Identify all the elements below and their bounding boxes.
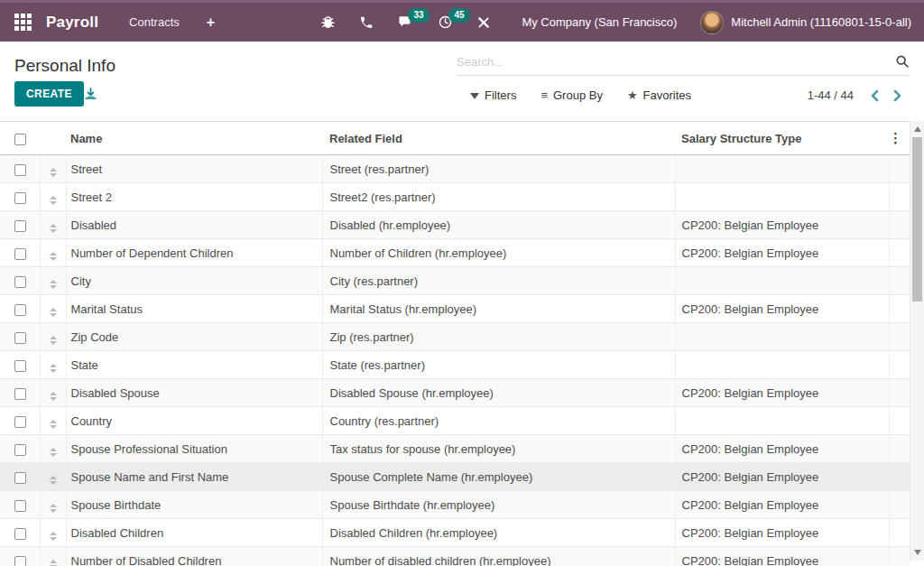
cell-name[interactable]: Spouse Name and First Name: [66, 463, 322, 491]
drag-handle-icon[interactable]: [50, 504, 57, 513]
cell-salary-structure-type[interactable]: [675, 267, 889, 295]
table-row[interactable]: Spouse Birthdate Spouse Birthdate (hr.em…: [0, 491, 910, 519]
cell-name[interactable]: City: [66, 267, 322, 295]
cell-salary-structure-type[interactable]: CP200: Belgian Employee: [675, 295, 889, 323]
cell-name[interactable]: Number of Disabled Children: [66, 547, 322, 566]
create-button[interactable]: CREATE: [14, 81, 84, 107]
row-checkbox[interactable]: [14, 360, 26, 372]
drag-handle-icon[interactable]: [50, 280, 57, 289]
row-checkbox[interactable]: [14, 388, 26, 400]
filters-button[interactable]: Filters: [470, 88, 516, 102]
cell-related-field[interactable]: Spouse Complete Name (hr.employee): [322, 463, 675, 491]
cell-related-field[interactable]: Street2 (res.partner): [322, 183, 675, 211]
drag-handle-icon[interactable]: [50, 252, 57, 261]
apps-menu-icon[interactable]: [14, 14, 32, 31]
row-checkbox[interactable]: [14, 444, 26, 456]
cell-name[interactable]: Zip Code: [66, 323, 322, 351]
messages-icon[interactable]: 33: [397, 14, 414, 30]
cell-related-field[interactable]: Zip (res.partner): [322, 323, 675, 351]
cell-salary-structure-type[interactable]: CP200: Belgian Employee: [675, 491, 889, 519]
table-row[interactable]: Number of Disabled Children Number of di…: [0, 547, 910, 566]
optional-columns-icon[interactable]: ⋮: [889, 130, 902, 145]
pager-prev-button[interactable]: [870, 89, 879, 102]
cell-related-field[interactable]: State (res.partner): [322, 351, 675, 379]
cell-related-field[interactable]: Disabled (hr.employee): [322, 211, 675, 239]
cell-name[interactable]: Disabled: [66, 211, 322, 239]
drag-handle-icon[interactable]: [50, 532, 57, 541]
row-checkbox[interactable]: [14, 220, 26, 232]
drag-handle-icon[interactable]: [50, 448, 57, 457]
cell-name[interactable]: Spouse Professional Situation: [66, 435, 322, 463]
cell-salary-structure-type[interactable]: [675, 155, 889, 183]
drag-handle-icon[interactable]: [50, 196, 57, 205]
column-header-related-field[interactable]: Related Field: [322, 122, 675, 155]
favorites-button[interactable]: ★ Favorites: [627, 88, 691, 102]
search-input[interactable]: [457, 55, 895, 69]
drag-handle-icon[interactable]: [50, 308, 57, 317]
cell-name[interactable]: Street: [66, 155, 322, 183]
activities-clock-icon[interactable]: 45: [438, 14, 453, 30]
cell-salary-structure-type[interactable]: [675, 323, 889, 351]
row-checkbox[interactable]: [14, 556, 26, 566]
table-row[interactable]: Spouse Professional Situation Tax status…: [0, 435, 910, 463]
cell-related-field[interactable]: Street (res.partner): [322, 155, 675, 183]
row-checkbox[interactable]: [14, 192, 26, 204]
drag-handle-icon[interactable]: [50, 336, 57, 345]
cell-name[interactable]: Marital Status: [66, 295, 322, 323]
row-checkbox[interactable]: [14, 332, 26, 344]
cell-related-field[interactable]: Marital Status (hr.employee): [322, 295, 675, 323]
table-row[interactable]: Zip Code Zip (res.partner): [0, 323, 910, 351]
cell-salary-structure-type[interactable]: [675, 407, 889, 435]
row-checkbox[interactable]: [14, 164, 26, 176]
column-header-name[interactable]: Name: [66, 122, 322, 155]
table-row[interactable]: City City (res.partner): [0, 267, 910, 295]
row-checkbox[interactable]: [14, 416, 26, 428]
cell-name[interactable]: Disabled Spouse: [66, 379, 322, 407]
scrollbar-down-arrow[interactable]: [910, 546, 924, 559]
row-checkbox[interactable]: [14, 304, 26, 316]
plus-icon[interactable]: +: [207, 14, 215, 31]
company-switcher[interactable]: My Company (San Francisco): [522, 15, 677, 29]
select-all-checkbox[interactable]: [14, 134, 26, 145]
column-header-salary-structure-type[interactable]: Salary Structure Type: [675, 122, 889, 155]
cell-name[interactable]: Number of Dependent Children: [66, 239, 322, 267]
search-icon[interactable]: [895, 54, 910, 69]
cell-salary-structure-type[interactable]: CP200: Belgian Employee: [675, 379, 889, 407]
cell-name[interactable]: State: [66, 351, 322, 379]
table-row[interactable]: Disabled Children Disabled Children (hr.…: [0, 519, 910, 547]
row-checkbox[interactable]: [14, 472, 26, 484]
cell-salary-structure-type[interactable]: CP200: Belgian Employee: [675, 239, 889, 267]
cell-salary-structure-type[interactable]: CP200: Belgian Employee: [675, 547, 889, 566]
group-by-button[interactable]: ≡ Group By: [541, 88, 603, 102]
drag-handle-icon[interactable]: [50, 476, 57, 485]
drag-handle-icon[interactable]: [50, 420, 57, 429]
vertical-scrollbar[interactable]: [910, 121, 924, 561]
cell-related-field[interactable]: Disabled Spouse (hr.employee): [322, 379, 675, 407]
cell-related-field[interactable]: Tax status for spouse (hr.employee): [322, 435, 675, 463]
table-row[interactable]: Disabled Disabled (hr.employee) CP200: B…: [0, 211, 910, 239]
cell-name[interactable]: Street 2: [66, 183, 322, 211]
cell-related-field[interactable]: City (res.partner): [322, 267, 675, 295]
export-download-icon[interactable]: [83, 87, 98, 105]
cell-related-field[interactable]: Spouse Birthdate (hr.employee): [322, 491, 675, 519]
row-checkbox[interactable]: [14, 500, 26, 512]
table-row[interactable]: State State (res.partner): [0, 351, 910, 379]
scrollbar-up-arrow[interactable]: [910, 123, 924, 135]
drag-handle-icon[interactable]: [50, 364, 57, 373]
cell-name[interactable]: Country: [66, 407, 322, 435]
user-menu[interactable]: Mitchell Admin (11160801-15-0-all): [731, 15, 911, 29]
cell-salary-structure-type[interactable]: CP200: Belgian Employee: [675, 519, 889, 547]
cell-related-field[interactable]: Disabled Children (hr.employee): [322, 519, 675, 547]
app-name[interactable]: Payroll: [46, 14, 98, 32]
cell-salary-structure-type[interactable]: CP200: Belgian Employee: [675, 435, 889, 463]
drag-handle-icon[interactable]: [50, 560, 57, 566]
user-avatar[interactable]: [700, 11, 724, 34]
drag-handle-icon[interactable]: [50, 224, 57, 233]
table-row[interactable]: Street 2 Street2 (res.partner): [0, 183, 910, 211]
drag-handle-icon[interactable]: [50, 392, 57, 401]
table-row[interactable]: Spouse Name and First Name Spouse Comple…: [0, 463, 910, 491]
cell-salary-structure-type[interactable]: [675, 351, 889, 379]
debug-bug-icon[interactable]: [320, 14, 336, 30]
table-row[interactable]: Street Street (res.partner): [0, 155, 910, 183]
cell-name[interactable]: Disabled Children: [66, 519, 322, 547]
